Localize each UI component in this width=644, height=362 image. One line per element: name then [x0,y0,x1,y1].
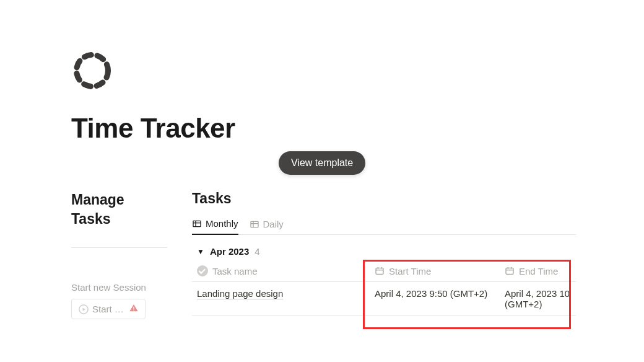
table-icon [250,219,259,229]
group-label: Apr 2023 [210,246,249,257]
svg-rect-7 [251,221,258,227]
start-time-cell: April 4, 2023 9:50 (GMT+2) [375,288,505,309]
svg-rect-4 [193,221,201,226]
view-template-button[interactable]: View template [279,151,365,175]
page-title: Time Tracker [71,113,644,144]
warning-icon [129,303,139,315]
tab-label: Monthly [206,218,238,229]
svg-point-0 [77,55,108,87]
main-title: Tasks [192,190,576,207]
group-count: 4 [255,246,259,257]
table-row[interactable]: Landing page design April 4, 2023 9:50 (… [192,282,576,316]
session-button-label: Start Ne… [92,304,126,314]
tabs: Monthly Daily [192,218,576,235]
group-header[interactable]: ▼ Apr 2023 4 [192,244,576,259]
start-session-button[interactable]: Start Ne… [71,299,146,319]
divider [71,247,167,248]
calendar-icon [505,266,515,276]
column-label: Task name [212,266,258,276]
play-icon [78,304,89,315]
task-link[interactable]: Landing page design [197,288,283,299]
session-label: Start new Session [71,282,167,293]
column-label: Start Time [389,266,431,276]
column-header-end[interactable]: End Time [505,265,571,276]
tab-daily[interactable]: Daily [250,218,284,235]
chevron-down-icon: ▼ [197,247,204,256]
column-header-task[interactable]: Task name [197,265,375,276]
check-circle-icon [197,265,208,276]
svg-rect-2 [133,307,134,309]
content: Manage Tasks Start new Session Start Ne… [71,190,644,319]
column-header-start[interactable]: Start Time [375,265,505,276]
tab-monthly[interactable]: Monthly [192,218,238,235]
column-label: End Time [519,266,558,276]
svg-rect-10 [376,268,383,274]
table-icon [192,219,202,229]
task-cell: Landing page design [197,288,375,309]
svg-rect-14 [506,268,513,274]
table-header-row: Task name Start Time [192,259,576,282]
calendar-icon [375,266,385,276]
sidebar-title: Manage Tasks [71,190,167,229]
end-time-cell: April 4, 2023 10 (GMT+2) [505,288,571,309]
svg-rect-3 [133,309,134,310]
page-icon-loading [71,50,644,94]
sidebar: Manage Tasks Start new Session Start Ne… [71,190,167,319]
view-template-label: View template [291,157,353,168]
tab-label: Daily [263,219,284,229]
main: Tasks Monthly [192,190,576,316]
